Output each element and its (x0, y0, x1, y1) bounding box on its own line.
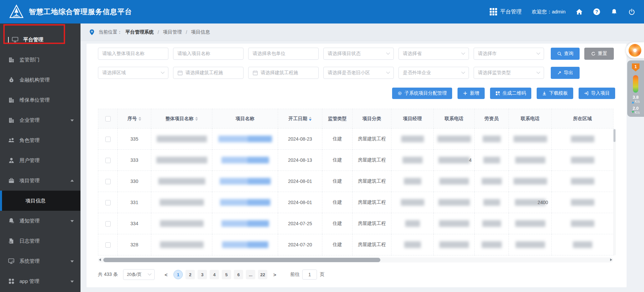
scroll-right-arrow-icon[interactable] (610, 258, 612, 261)
filter-city[interactable]: 请选择市 (474, 48, 544, 60)
add-button[interactable]: 新增 (458, 88, 485, 99)
browser-extension-launcher[interactable] (626, 42, 644, 58)
page-button-4[interactable]: 4 (210, 270, 219, 279)
breadcrumb-root[interactable]: 平台管理系统 (125, 29, 154, 35)
horizontal-scroll-thumb[interactable] (103, 258, 380, 262)
projects-table: 序号整体项目名称项目名称开工日期监管类型项目分类项目经理联系电话劳资员联系电话所… (98, 109, 613, 255)
blurred-text (401, 136, 424, 142)
assign-button[interactable]: 子系统项目分配管理 (392, 88, 452, 99)
qrcode-button[interactable]: 生成二维码 (490, 88, 531, 99)
row-checkbox[interactable] (105, 137, 111, 142)
filter-supervision-type[interactable]: 请选择监管类型 (474, 67, 544, 79)
sort-icons[interactable] (309, 115, 312, 122)
notification-bell-icon[interactable] (610, 8, 618, 15)
import-button[interactable]: 导入项目 (579, 88, 615, 99)
filter-overall-project-name[interactable]: 请输入整体项目名称 (98, 48, 168, 60)
power-icon[interactable] (628, 8, 635, 15)
horizontal-scrollbar[interactable] (98, 257, 613, 262)
column-header[interactable]: 开工日期 (278, 109, 322, 129)
project-name-link-cell[interactable] (212, 234, 278, 255)
template-button[interactable]: 下载模板 (537, 88, 573, 99)
help-icon[interactable]: ? (593, 8, 600, 15)
project-name-link-cell[interactable] (212, 192, 278, 213)
category-cell: 房屋建筑工程 (353, 129, 391, 150)
filter-project-status[interactable]: 请选择项目状态 (323, 48, 394, 60)
filter-region[interactable]: 请选择区域 (98, 67, 168, 79)
page-button-2[interactable]: 2 (185, 270, 195, 279)
redacted-cell (509, 234, 552, 255)
row-checkbox[interactable] (105, 200, 111, 205)
goto-page-input[interactable] (302, 270, 317, 280)
project-name-link-cell[interactable] (212, 171, 278, 192)
page-size-select[interactable]: 20条/页 (123, 269, 155, 280)
sort-icons[interactable] (139, 115, 141, 122)
chevron-down-icon (70, 119, 74, 123)
sidebar-item-user[interactable]: 用户管理 (0, 150, 80, 171)
filter-build-date-to[interactable]: 请选择建筑工程施 (248, 67, 319, 79)
redacted-cell (509, 171, 552, 192)
sidebar-item-log[interactable]: LOG日志管理 (0, 231, 80, 251)
reset-button[interactable]: 重置 (584, 48, 614, 60)
project-name-link-cell[interactable] (212, 150, 278, 171)
breadcrumb-item-project-mgmt[interactable]: 项目管理 (163, 29, 182, 35)
project-name-link-cell[interactable] (212, 213, 278, 234)
sidebar-item-system[interactable]: 系统管理 (0, 251, 80, 271)
export-button[interactable]: ↗ 导出 (551, 67, 580, 79)
blurred-text (221, 220, 269, 227)
next-page-button[interactable]: > (270, 270, 279, 279)
filter-contractor[interactable]: 请选择承包单位 (248, 48, 319, 60)
row-checkbox[interactable] (105, 179, 111, 184)
page-button-22[interactable]: 22 (258, 270, 267, 279)
page-ellipsis[interactable]: ... (246, 270, 255, 279)
column-header[interactable]: 序号 (118, 109, 151, 129)
filter-placeholder: 请选择市 (478, 51, 497, 57)
sidebar-item-role[interactable]: 角色管理 (0, 130, 80, 150)
breadcrumb-item-project-info[interactable]: 项目信息 (191, 29, 210, 35)
sidebar-item-project[interactable]: 项目管理 (0, 171, 80, 191)
select-all-checkbox[interactable] (105, 116, 111, 121)
row-checkbox-cell (98, 171, 118, 192)
vertical-scrollbar[interactable] (613, 129, 616, 255)
sidebar-subitem-project-info[interactable]: 项目信息 (0, 191, 80, 211)
page-button-5[interactable]: 5 (222, 270, 231, 279)
redacted-cell (552, 129, 613, 150)
scroll-left-arrow-icon[interactable] (99, 258, 101, 261)
column-header[interactable]: 整体项目名称 (151, 109, 212, 129)
platform-nav-button[interactable]: 平台管理 (490, 8, 522, 15)
filter-province[interactable]: 请选择省 (398, 48, 469, 60)
table-row: 3342024-07-25住建房屋建筑工程 (98, 213, 613, 234)
redacted-cell (151, 192, 212, 213)
filter-old-community[interactable]: 请选择是否老旧小区 (323, 67, 394, 79)
row-checkbox[interactable] (105, 242, 111, 248)
row-checkbox[interactable] (105, 158, 111, 163)
prev-page-button[interactable]: < (161, 270, 171, 279)
sidebar-item-finance[interactable]: ¥金融机构管理 (0, 70, 80, 90)
redacted-cell (434, 192, 475, 213)
home-icon[interactable] (576, 8, 583, 15)
search-button[interactable]: 查询 (551, 48, 580, 60)
network-speed-widget[interactable]: 1 3.8 K/s 2.0 K/s (627, 60, 644, 117)
download-arrow-icon (632, 111, 634, 114)
sidebar-item-notice[interactable]: 通知管理 (0, 211, 80, 231)
project-name-link-cell[interactable] (212, 129, 278, 150)
sidebar-item-platform[interactable]: 平台管理 (0, 30, 80, 50)
sidebar-item-label: 维保单位管理 (19, 97, 50, 103)
page-button-1[interactable]: 1 (173, 270, 183, 279)
page-button-6[interactable]: 6 (234, 270, 243, 279)
blurred-text (438, 157, 470, 163)
group-icon (8, 137, 15, 144)
sidebar-item-maintenance[interactable]: 维保单位管理 (0, 90, 80, 110)
redacted-cell (434, 129, 475, 150)
filter-external-enterprise[interactable]: 是否外埠企业 (398, 67, 469, 79)
sidebar-item-app[interactable]: app 管理 (0, 271, 80, 291)
filter-project-name[interactable]: 请输入项目名称 (173, 48, 244, 60)
sidebar-item-regulator[interactable]: 监管部门 (0, 50, 80, 70)
row-checkbox[interactable] (105, 221, 111, 227)
chevron-down-icon (161, 70, 164, 74)
sidebar-item-enterprise[interactable]: 企业管理 (0, 110, 80, 130)
blurred-text (439, 178, 469, 185)
blurred-text (482, 220, 501, 227)
filter-build-date-from[interactable]: 请选择建筑工程施 (173, 67, 244, 79)
sort-icons[interactable] (195, 115, 198, 122)
page-button-3[interactable]: 3 (198, 270, 207, 279)
